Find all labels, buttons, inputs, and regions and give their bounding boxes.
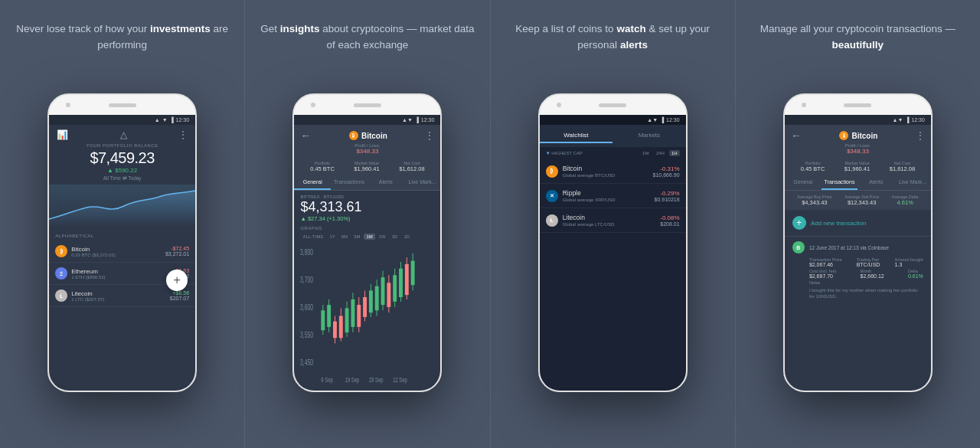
tab-general-4[interactable]: General [785,175,822,190]
stat-portfolio-4: Portfolio 0.45 BTC [801,161,825,172]
tf-24h[interactable]: 24H [654,150,667,156]
tab-livemark-2[interactable]: Live Mark... [404,175,441,190]
back-button-4[interactable]: ← [791,129,802,142]
tab-livemark-4[interactable]: Live Mark... [894,175,931,190]
tt-1w[interactable]: 1W [377,234,388,240]
battery-icon: ▐ [170,117,174,123]
phone-1: ▲ ▼ ▐ 12:30 📊 △ ⋮ YOUR PORTFOLIO BALANCE… [47,93,197,392]
wl-ltc-name: Litecoin [563,214,656,221]
candlestick-chart: 3,800 3,700 3,600 3,550 3,450 [294,241,440,391]
phone-camera-1 [66,103,70,107]
tt-1y[interactable]: 1Y [327,234,337,240]
tab-alerts-4[interactable]: Alerts [858,175,894,190]
wl-tab-markets[interactable]: Markets [612,129,686,143]
tf-1h[interactable]: 1H [669,150,680,156]
wl-coin-ltc[interactable]: Ł Litecoin Global average LTC/USD -0.08%… [540,208,686,233]
svg-text:3,550: 3,550 [300,331,313,340]
tab-transactions-2[interactable]: Transactions [331,175,368,190]
signal2-icon: ▲▼ [402,117,413,123]
status-icons-3: ▲▼ ▐ 12:30 [647,117,679,123]
eth-icon: Ξ [55,267,67,280]
stats-row-2: Portfolio 0.45 BTC Market Value $1,960.4… [294,158,440,175]
ltc-value: +$6.56 $207.07 [170,290,189,301]
svg-text:3,600: 3,600 [300,303,313,312]
phone-top-4 [785,95,931,115]
stat-portfolio-2: Portfolio 0.45 BTC [310,161,335,172]
wl-xrp-change: -0.29% [655,190,680,197]
menu-icon-4[interactable]: ⋮ [916,130,925,141]
svg-text:12 Sep: 12 Sep [394,376,408,384]
tab-transactions-4[interactable]: Transactions [822,175,858,190]
ltc-name: Litecoin [71,290,166,297]
stat-marketval-2: Market Value $1,960.41 [354,161,379,172]
phone-top-2 [294,95,440,115]
avg-delta-value: 4.61% [892,199,919,206]
wl-coin-btc[interactable]: ₿ Bitcoin Global average BTC/USD -0.31% … [540,159,686,184]
btc-icon: ₿ [55,245,67,257]
coin-item-btc[interactable]: ₿ Bitcoin 0.33 BTC ($3,272.01) -$72.45 $… [49,240,195,263]
avg-sell-stat: Average Sell Price $12,343.43 [844,195,879,206]
phone-4: ▲▼ ▐ 12:30 ← ₿ Bitcoin ⋮ [783,93,933,392]
column-portfolio: Never lose track of how your investments… [0,0,245,448]
stat-netcost-4: Net Cost $1,612.08 [890,161,915,172]
wl-tab-watchlist[interactable]: Watchlist [540,129,613,143]
wl-btc-change: -0.31% [653,165,680,172]
portfolio-period: All Time ⇄ Today [49,175,195,181]
btc-icon-4: ₿ [839,131,848,140]
tx-worth-value: $2,660.12 [861,273,884,279]
ltc-change: +$6.56 [170,290,189,296]
portfolio-change: ▲ $590.22 [49,167,195,174]
time-1: 12:30 [176,117,190,123]
wl-xrp-right: -0.29% $0.910218 [655,190,680,202]
back-button-2[interactable]: ← [300,129,311,142]
phone-screen-3: ▲▼ ▐ 12:30 Watchlist Markets ▼ HIGHEST C… [540,115,686,391]
phone-top-1 [49,95,195,115]
wl-ltc-price: $208.01 [660,221,679,227]
watchlist-coins: ₿ Bitcoin Global average BTC/USD -0.31% … [540,159,686,391]
trans-row-price: Transaction Price $2,067.46 Trading Pair… [809,257,923,267]
status-bar-4: ▲▼ ▐ 12:30 [785,115,931,125]
coin-name-2: Bitcoin [361,132,387,140]
tt-1m[interactable]: 1M [364,234,374,240]
stat-netcost-2: Net Cost $1,612.08 [399,161,424,172]
tt-alltime[interactable]: ALL-TIME [300,234,325,240]
btc-price: $3,272.01 [165,251,189,257]
tt-6m[interactable]: 6M [339,234,350,240]
add-transaction-btn[interactable]: + Add new transaction [785,210,931,237]
portfolio-balance: $7,459.23 [49,149,195,167]
col4-text: Manage all your cryptocoin transactions … [751,21,965,77]
triangle-icon: △ [120,129,127,140]
wl-coin-xrp[interactable]: ✕ Ripple Global average XRP/USD -0.29% $… [540,184,686,208]
trans-stats-section: Average Buy Price $4,343.43 Average Sell… [785,191,931,210]
add-trans-label: Add new transaction [811,220,867,227]
coin-info-ltc: Litecoin 1 LTC ($207.07) [71,290,166,302]
menu-icon[interactable]: ⋮ [178,129,188,140]
coin-title-2: ₿ Bitcoin [349,131,387,140]
fab-button[interactable]: + [166,270,188,291]
period-alltime[interactable]: All Time [103,175,121,181]
phone-camera-2 [311,103,315,107]
coin-title-4: ₿ Bitcoin [839,131,877,140]
tt-1d[interactable]: 1D [401,234,412,240]
pl-value-2: $348.33 [300,148,434,155]
section-label-alpha: ALPHABETICAL [49,231,195,240]
period-today[interactable]: Today [128,175,141,181]
time-tabs-2: ALL-TIME 1Y 6M 3M 1M 1W 3D 1D [294,232,440,241]
tab-general-2[interactable]: General [294,175,331,190]
column-insights: Get insights about cryptocoins — market … [245,0,490,448]
tt-3d[interactable]: 3D [390,234,400,240]
tab-alerts-2[interactable]: Alerts [368,175,404,190]
wl-xrp-icon: ✕ [546,190,558,202]
phone-screen-1: ▲ ▼ ▐ 12:30 📊 △ ⋮ YOUR PORTFOLIO BALANCE… [49,115,195,391]
tf-1w[interactable]: 1W [640,150,652,156]
svg-text:9 Sep: 9 Sep [322,376,333,384]
ltc-icon: Ł [55,289,67,302]
ltc-sub: 1 LTC ($207.07) [71,297,166,302]
phone-screen-2: ▲▼ ▐ 12:30 ← ₿ Bitcoin ⋮ [294,115,440,391]
tt-3m[interactable]: 3M [351,234,362,240]
stat-value-marketval: $1,960.41 [354,165,379,172]
col2-text: Get insights about cryptocoins — market … [260,21,474,77]
screen-insights: ▲▼ ▐ 12:30 ← ₿ Bitcoin ⋮ [294,115,440,391]
menu-icon-2[interactable]: ⋮ [425,130,434,141]
app-header-1: 📊 △ ⋮ [49,125,195,143]
